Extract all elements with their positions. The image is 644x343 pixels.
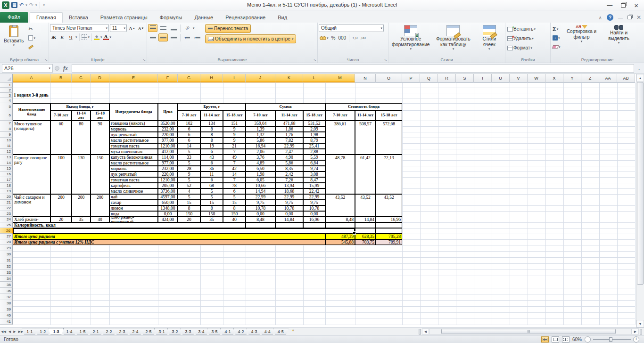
align-center-button[interactable] xyxy=(158,33,168,41)
restore-button[interactable] xyxy=(621,3,626,8)
column-header-G[interactable]: G xyxy=(178,74,200,82)
sheet-tab-2-2[interactable]: 2-2 xyxy=(101,328,116,335)
cell-I11[interactable]: 21 xyxy=(223,143,246,149)
customize-qat-icon[interactable]: ▾ xyxy=(43,3,45,7)
normal-view-button[interactable] xyxy=(541,336,549,343)
cell-K15[interactable]: 8,35 xyxy=(275,166,303,172)
cell-G16[interactable]: 9 xyxy=(178,172,200,177)
cell-H11[interactable]: 19 xyxy=(200,143,223,149)
tab-home[interactable]: Главная xyxy=(30,12,63,23)
row-header-1[interactable]: 1 xyxy=(0,82,13,88)
cell-N20[interactable]: 43,52 xyxy=(355,194,376,217)
window-split-box[interactable] xyxy=(640,329,642,335)
clear-button[interactable]: ▾ xyxy=(552,43,561,51)
cell-M27[interactable]: 487,39 xyxy=(325,234,355,239)
cell-A7[interactable]: Мясо тушеное (говядина) xyxy=(13,121,50,155)
column-header-D[interactable]: D xyxy=(91,74,109,82)
horizontal-scrollbar[interactable] xyxy=(429,328,632,335)
formula-input[interactable] xyxy=(72,64,634,73)
borders-dropdown-icon[interactable]: ▾ xyxy=(88,35,90,39)
sheet-tab-2-4[interactable]: 2-4 xyxy=(127,328,143,335)
sheet-tab-3-2[interactable]: 3-2 xyxy=(167,328,183,335)
help-icon[interactable]: ? xyxy=(607,14,613,21)
cell-G20[interactable]: 5 xyxy=(178,194,200,200)
cell-G17[interactable]: 5 xyxy=(178,177,200,183)
cell-K22[interactable]: 10,78 xyxy=(275,205,303,211)
sheet-tab-2-3[interactable]: 2-3 xyxy=(114,328,130,335)
cell-G23[interactable]: 150 xyxy=(178,211,200,217)
cell-O25[interactable] xyxy=(376,222,402,228)
cell-I19[interactable]: 6 xyxy=(223,188,246,194)
cell-H18[interactable]: 68 xyxy=(200,183,223,188)
cell-D7[interactable]: 90 xyxy=(91,121,109,155)
tab-formulas[interactable]: Формулы xyxy=(154,13,189,23)
cell-H7[interactable]: 134 xyxy=(200,121,223,126)
cut-button[interactable]: ✂ xyxy=(27,25,36,33)
tab-review[interactable]: Рецензирование xyxy=(219,13,272,23)
cell-L8[interactable]: 2,09 xyxy=(303,126,325,132)
column-header-A[interactable]: A xyxy=(13,74,50,82)
row-header-38[interactable]: 38 xyxy=(0,300,13,306)
cell-D6[interactable]: 15-18 лет xyxy=(91,110,109,121)
cell-E22[interactable]: лимон xyxy=(109,205,158,211)
cell-F22[interactable]: 1348,00 xyxy=(158,205,178,211)
cell-E18[interactable]: картофель xyxy=(109,183,158,188)
conditional-formatting-button[interactable]: Условное форматирование▾ xyxy=(390,24,431,56)
cell-N25[interactable] xyxy=(355,222,376,228)
cell-N6[interactable]: 11-14 лет xyxy=(355,110,376,121)
cell-E14[interactable]: масло растительное xyxy=(109,160,158,166)
save-icon[interactable] xyxy=(11,2,17,8)
cell-L23[interactable]: 0,00 xyxy=(303,211,325,217)
sheet-tab-4-4[interactable]: 4-4 xyxy=(260,328,275,335)
row-header-5[interactable]: 5 xyxy=(0,103,13,110)
cell-E15[interactable]: морковь xyxy=(109,166,158,172)
cell-H10[interactable]: 8 xyxy=(200,138,223,143)
insert-cells-button[interactable]: +Вставить▾ xyxy=(506,25,549,33)
sheet-tab-4-1[interactable]: 4-1 xyxy=(220,328,236,335)
cell-N26[interactable] xyxy=(355,228,376,234)
alignment-dialog-launcher-icon[interactable]: ↘ xyxy=(313,58,316,62)
cell-E8[interactable]: морковь xyxy=(109,126,158,132)
cell-G9[interactable]: 6 xyxy=(178,132,200,138)
row-header-8[interactable]: 8 xyxy=(0,126,13,132)
first-sheet-icon[interactable]: ◀◀ xyxy=(1,330,6,334)
row-header-10[interactable]: 10 xyxy=(0,138,13,143)
cell-M20[interactable]: 43,52 xyxy=(325,194,355,217)
increase-decimal-button[interactable]: +,0 xyxy=(351,34,358,42)
cell-I23[interactable]: 150 xyxy=(223,211,246,217)
cell-J14[interactable]: 4,89 xyxy=(246,160,275,166)
cell-E11[interactable]: томатная паста xyxy=(109,143,158,149)
cell-J16[interactable]: 1,98 xyxy=(246,172,275,177)
sheet-tab-2-5[interactable]: 2-5 xyxy=(140,328,156,335)
cell-F5[interactable]: Цена xyxy=(158,103,178,121)
row-header-41[interactable]: 41 xyxy=(0,318,13,325)
cell-L24[interactable]: 16,96 xyxy=(303,217,325,222)
cell-A25[interactable]: Калорийность, ккал xyxy=(13,222,246,228)
cell-O26[interactable] xyxy=(376,228,402,234)
format-as-table-button[interactable]: Форматировать как таблицу▾ xyxy=(432,24,474,56)
cell-G19[interactable]: 4 xyxy=(178,188,200,194)
column-header-V[interactable]: V xyxy=(510,74,528,82)
cell-A27[interactable]: Итого цена рациона xyxy=(13,234,325,239)
row-header-28[interactable]: 28 xyxy=(0,239,13,245)
cell-D24[interactable]: 40 xyxy=(91,217,109,222)
column-header-S[interactable]: S xyxy=(456,74,474,82)
autosum-button[interactable]: Σ▾ xyxy=(552,25,561,33)
cell-K6[interactable]: 11-14 лет xyxy=(275,110,303,121)
scroll-down-icon[interactable]: ▼ xyxy=(636,320,644,327)
workbook-close-icon[interactable]: ✕ xyxy=(636,14,641,21)
cell-E5[interactable]: Ингредиенты блюда xyxy=(109,103,158,121)
sheet-tab-1-1[interactable]: 1-1 xyxy=(22,328,37,335)
cell-F12[interactable]: 412,00 xyxy=(158,149,178,155)
cell-L7[interactable]: 531,52 xyxy=(303,121,325,126)
spreadsheet-grid[interactable]: ABCDEFGHIJKLMNOPQRSTUVWXYZAAAB1234567891… xyxy=(0,74,636,327)
cell-J25[interactable] xyxy=(246,222,275,228)
cell-H14[interactable]: 6 xyxy=(200,160,223,166)
row-header-13[interactable]: 13 xyxy=(0,155,13,160)
sheet-tab-1-5[interactable]: 1-5 xyxy=(74,328,90,335)
column-header-K[interactable]: K xyxy=(275,74,303,82)
cell-G14[interactable]: 5 xyxy=(178,160,200,166)
row-header-14[interactable]: 14 xyxy=(0,160,13,166)
zoom-slider-thumb[interactable] xyxy=(609,337,612,342)
row-header-9[interactable]: 9 xyxy=(0,132,13,138)
